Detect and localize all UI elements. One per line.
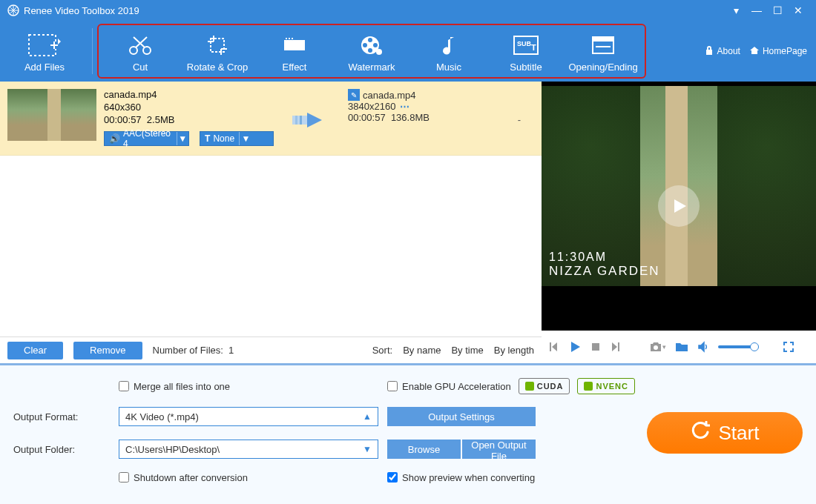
opening-ending-button[interactable]: Opening/Ending [565, 25, 642, 77]
nvidia-dot-icon [525, 382, 534, 391]
gpu-acceleration-checkbox[interactable]: Enable GPU Acceleration [387, 381, 511, 392]
remove-button[interactable]: Remove [73, 342, 142, 359]
merge-files-checkbox[interactable]: Merge all files into one [119, 381, 378, 392]
add-files-label: Add Files [24, 62, 65, 73]
app-logo-icon [7, 4, 19, 16]
show-preview-checkbox[interactable]: Show preview when converting [387, 472, 803, 483]
filmstrip-icon [283, 30, 306, 60]
output-folder-combo[interactable]: C:\Users\HP\Desktop\▼ [119, 440, 378, 459]
open-output-folder-button[interactable]: Open Output File [462, 440, 536, 459]
svg-rect-25 [295, 116, 297, 125]
more-dots-icon[interactable]: ⋯ [400, 101, 409, 112]
homepage-link[interactable]: HomePage [749, 45, 807, 58]
toolbar: Add Files Cut Rotate & Crop Effect Water… [0, 21, 816, 82]
chevron-down-icon[interactable]: ▼ [177, 132, 188, 145]
scissors-icon [128, 30, 153, 60]
next-track-icon[interactable] [610, 341, 622, 353]
fullscreen-icon[interactable] [783, 341, 794, 353]
sort-by-time[interactable]: By time [451, 345, 483, 356]
preview-pane: 11:30AM NIZZA GARDEN ▾ [542, 82, 816, 363]
filmstrip-plus-icon [28, 30, 61, 60]
cut-button[interactable]: Cut [102, 25, 179, 77]
subtitle-icon: SUBT [513, 30, 539, 60]
chevron-down-icon: ▼ [363, 444, 372, 454]
nvidia-dot-icon [584, 382, 593, 391]
sort-label: Sort: [372, 345, 392, 356]
effect-button[interactable]: Effect [256, 25, 333, 77]
shutdown-checkbox[interactable]: Shutdown after conversion [119, 472, 378, 483]
svg-point-28 [654, 345, 658, 350]
sort-by-length[interactable]: By length [494, 345, 534, 356]
player-controls: ▾ [542, 331, 816, 363]
main-area: canada.mp4 640x360 00:00:57 2.5MB 🔊AAC(S… [0, 82, 816, 363]
chevron-down-icon[interactable]: ▼ [239, 132, 252, 145]
output-settings-button[interactable]: Output Settings [387, 407, 536, 426]
target-resolution: 3840x2160 [348, 101, 395, 112]
svg-rect-22 [593, 37, 613, 42]
svg-point-14 [363, 43, 367, 47]
file-list: canada.mp4 640x360 00:00:57 2.5MB 🔊AAC(S… [0, 82, 542, 363]
output-folder-label: Output Folder: [13, 444, 110, 455]
file-row[interactable]: canada.mp4 640x360 00:00:57 2.5MB 🔊AAC(S… [0, 82, 542, 156]
subtitle-button[interactable]: SUBT Subtitle [487, 25, 565, 77]
video-preview[interactable]: 11:30AM NIZZA GARDEN [542, 82, 816, 331]
cuda-badge: CUDA [519, 378, 570, 394]
volume-slider[interactable] [718, 345, 759, 348]
browse-button[interactable]: Browse [387, 440, 461, 459]
clear-button[interactable]: Clear [7, 342, 63, 359]
dropdown-icon[interactable]: ▾ [725, 4, 746, 16]
svg-point-13 [368, 38, 372, 42]
text-icon: T [205, 133, 210, 144]
minimize-icon[interactable]: — [746, 4, 767, 16]
file-count-label: Number of Files: 1 [153, 345, 234, 356]
slate-icon [591, 30, 615, 60]
target-filename: canada.mp4 [363, 90, 416, 101]
music-button[interactable]: Music [410, 25, 487, 77]
output-format-label: Output Format: [13, 411, 110, 422]
svg-point-15 [373, 43, 378, 47]
svg-point-16 [368, 48, 372, 53]
nvenc-badge: NVENC [577, 378, 635, 394]
close-icon[interactable]: ✕ [788, 4, 809, 16]
play-icon[interactable] [568, 340, 582, 354]
source-info: canada.mp4 640x360 00:00:57 2.5MB 🔊AAC(S… [104, 89, 274, 146]
svg-rect-11 [292, 38, 293, 39]
sort-by-name[interactable]: By name [403, 345, 441, 356]
list-footer: Clear Remove Number of Files: 1 Sort: By… [0, 336, 542, 363]
open-folder-icon[interactable] [675, 341, 688, 353]
prev-track-icon[interactable] [547, 341, 559, 353]
bottom-panel: Merge all files into one Enable GPU Acce… [0, 363, 816, 504]
snapshot-icon[interactable]: ▾ [649, 341, 666, 353]
maximize-icon[interactable]: ☐ [767, 4, 788, 16]
arrow-icon [281, 110, 340, 130]
film-reel-icon [360, 30, 384, 60]
tags-row: 🔊AAC(Stereo 4 ▼ TNone ▼ [104, 131, 274, 146]
play-overlay-button[interactable] [658, 185, 700, 227]
rotate-crop-button[interactable]: Rotate & Crop [179, 25, 256, 77]
start-button[interactable]: Start [647, 412, 803, 454]
edit-icon[interactable]: ✎ [348, 89, 360, 101]
home-icon [749, 45, 760, 58]
stop-icon[interactable] [590, 342, 601, 352]
watermark-button[interactable]: Watermark [333, 25, 410, 77]
svg-rect-26 [300, 116, 302, 125]
source-resolution: 640x360 [104, 102, 274, 113]
source-duration-size: 00:00:57 2.5MB [104, 114, 274, 125]
svg-text:T: T [531, 43, 536, 52]
output-format-combo[interactable]: 4K Video (*.mp4)▲ [119, 407, 378, 426]
subtitle-tag-button[interactable]: TNone ▼ [200, 131, 274, 146]
refresh-icon [691, 421, 710, 445]
svg-point-17 [376, 49, 382, 55]
video-caption: 11:30AM NIZZA GARDEN [549, 251, 660, 279]
video-thumbnail[interactable] [7, 89, 96, 141]
volume-icon[interactable] [697, 341, 709, 353]
svg-rect-10 [289, 38, 290, 39]
editing-tools-group: Cut Rotate & Crop Effect Watermark Music… [97, 24, 646, 79]
add-files-button[interactable]: Add Files [0, 21, 89, 82]
music-note-icon [440, 30, 458, 60]
audio-tag-button[interactable]: 🔊AAC(Stereo 4 ▼ [104, 131, 189, 146]
svg-text:SUB: SUB [517, 40, 532, 47]
svg-rect-8 [284, 50, 305, 53]
target-info: ✎ canada.mp4 3840x2160⋯ 00:00:57 136.8MB [348, 89, 497, 139]
about-link[interactable]: About [704, 45, 740, 58]
